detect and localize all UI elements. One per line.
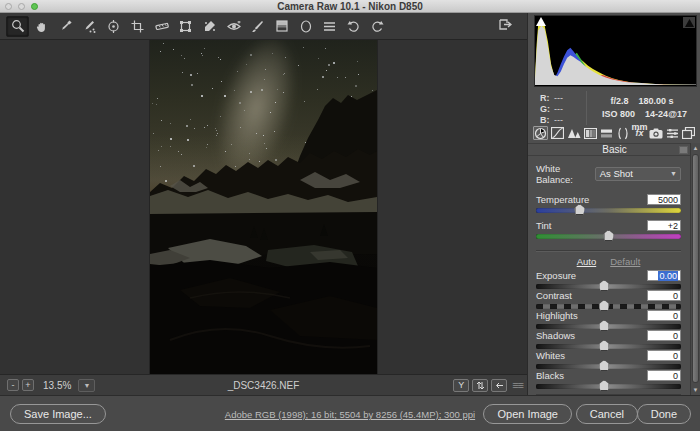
white-balance-select[interactable]: As Shot ▼ [595, 167, 681, 181]
auto-link[interactable]: Auto [577, 256, 597, 267]
exposure-value-field[interactable]: 0.00 [647, 270, 681, 281]
hsl-grayscale-icon [584, 128, 597, 139]
rotate-left-icon [347, 20, 360, 33]
basic-panel-header: Basic [528, 143, 700, 156]
hand-icon [35, 20, 48, 33]
swap-before-after-button[interactable] [472, 379, 488, 392]
b-label: B: [540, 115, 554, 126]
section-divider [536, 250, 681, 252]
rotate-right-icon [371, 20, 384, 33]
whites-slider[interactable] [536, 364, 681, 369]
preferences-tool[interactable] [318, 16, 341, 37]
done-button[interactable]: Done [637, 404, 691, 424]
zoom-level-dropdown[interactable]: ▼ [78, 379, 95, 392]
temperature-value-field[interactable]: 5000 [647, 194, 681, 205]
contrast-value-field[interactable]: 0 [647, 290, 681, 301]
cancel-button[interactable]: Cancel [576, 404, 638, 424]
shadows-slider[interactable] [536, 344, 681, 349]
tab-basic[interactable] [533, 126, 548, 140]
bottom-bar: Save Image... Adobe RGB (1998); 16 bit; … [0, 395, 700, 431]
highlights-slider[interactable] [536, 324, 681, 329]
tab-effects[interactable]: fx [632, 126, 646, 140]
tab-split-toning[interactable] [599, 126, 613, 140]
rotate-right-tool[interactable] [366, 16, 389, 37]
transform-tool[interactable] [174, 16, 197, 37]
graduated-filter-tool[interactable] [270, 16, 293, 37]
crop-tool[interactable] [126, 16, 149, 37]
tab-hsl-grayscale[interactable] [583, 126, 597, 140]
shadows-value-field[interactable]: 0 [647, 330, 681, 341]
targeted-adjustment-tool[interactable] [102, 16, 125, 37]
g-value: --- [554, 104, 563, 114]
panel-menu-icon[interactable] [679, 146, 688, 154]
shadow-clipping-indicator[interactable] [536, 17, 546, 26]
toggle-fullscreen-button[interactable] [496, 17, 514, 35]
basic-panel-title: Basic [602, 144, 626, 155]
highlights-value-field[interactable]: 0 [647, 310, 681, 321]
scroll-down-icon[interactable]: ▼ [691, 385, 700, 395]
adjustment-brush-tool[interactable] [246, 16, 269, 37]
white-balance-tool[interactable] [54, 16, 77, 37]
before-after-view-button[interactable]: Y [453, 379, 469, 392]
presets-icon [666, 128, 679, 139]
r-label: R: [540, 93, 554, 104]
blacks-slider[interactable] [536, 384, 681, 389]
tint-value-field[interactable]: +2 [647, 220, 681, 231]
slider-row-tint: Tint +2 [536, 220, 681, 246]
rotate-left-tool[interactable] [342, 16, 365, 37]
shutter-speed: 180.00 s [638, 96, 673, 106]
preview-menu-icon[interactable]: ≡≡ [512, 379, 523, 391]
open-image-button[interactable]: Open Image [483, 404, 572, 424]
slider-row-whites: Whites 0 [536, 350, 681, 370]
whites-value-field[interactable]: 0 [647, 350, 681, 361]
close-window-icon [5, 3, 12, 10]
preview-status-bar: - + 13.5% ▼ _DSC3426.NEF Y ≡≡ [0, 374, 527, 395]
zoom-out-button[interactable]: - [7, 379, 19, 391]
contrast-label: Contrast [536, 290, 572, 301]
tab-snapshots[interactable] [682, 126, 696, 140]
default-link[interactable]: Default [610, 256, 640, 267]
zoom-window-icon[interactable] [31, 3, 38, 10]
slider-row-contrast: Contrast 0 [536, 290, 681, 310]
photo-preview[interactable] [150, 40, 377, 374]
temperature-slider-thumb[interactable] [574, 204, 585, 215]
radial-filter-tool[interactable] [294, 16, 317, 37]
scrollbar-thumb[interactable] [692, 154, 699, 383]
tint-slider-thumb[interactable] [603, 230, 614, 241]
blacks-slider-thumb[interactable] [599, 380, 610, 391]
panel-scrollbar[interactable]: ▲ ▼ [690, 143, 700, 395]
tab-lens-corrections[interactable] [616, 126, 630, 140]
color-sampler-tool[interactable] [78, 16, 101, 37]
straighten-icon [155, 20, 169, 32]
scroll-up-icon[interactable]: ▲ [691, 143, 700, 153]
tint-slider[interactable] [536, 234, 681, 239]
traffic-lights [5, 3, 38, 10]
tab-detail[interactable] [566, 126, 580, 140]
tab-camera-calibration[interactable] [649, 126, 663, 140]
basic-icon [534, 127, 547, 140]
snapshots-icon [682, 127, 695, 139]
basic-panel-content: White Balance: As Shot ▼ Temperature 500… [528, 157, 691, 395]
white-balance-value: As Shot [600, 168, 633, 179]
title-bar: Camera Raw 10.1 - Nikon D850 [0, 0, 700, 13]
histogram[interactable] [534, 15, 697, 87]
lens-corrections-icon [617, 127, 629, 140]
copy-settings-to-before-button[interactable] [491, 379, 507, 392]
temperature-slider[interactable] [536, 208, 681, 213]
spot-removal-tool[interactable] [198, 16, 221, 37]
straighten-tool[interactable] [150, 16, 173, 37]
hand-tool[interactable] [30, 16, 53, 37]
preview-canvas[interactable] [0, 40, 527, 374]
crop-icon [131, 20, 144, 33]
zoom-in-button[interactable]: + [22, 379, 34, 391]
zoom-level: 13.5% [43, 380, 71, 391]
tab-presets[interactable] [665, 126, 679, 140]
contrast-slider[interactable] [536, 304, 681, 309]
blacks-value-field[interactable]: 0 [647, 370, 681, 381]
swap-arrows-icon [476, 381, 485, 390]
exposure-slider[interactable] [536, 284, 681, 289]
tab-tone-curve[interactable] [550, 126, 564, 140]
highlight-clipping-indicator[interactable] [683, 17, 695, 28]
red-eye-tool[interactable] [222, 16, 245, 37]
zoom-tool[interactable] [6, 16, 29, 37]
